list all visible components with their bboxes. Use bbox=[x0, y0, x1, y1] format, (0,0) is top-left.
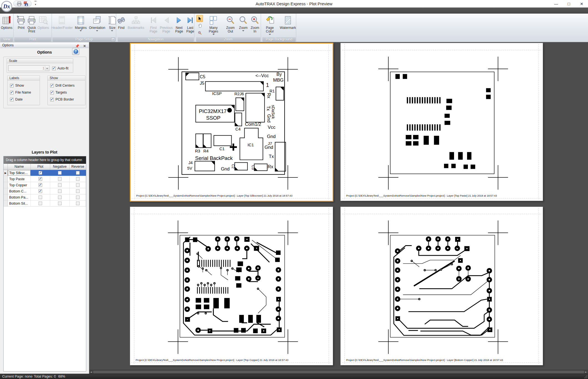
layer-negative-checkbox[interactable] bbox=[58, 171, 62, 175]
layer-plot-cell[interactable] bbox=[31, 176, 50, 182]
layer-negative-cell[interactable] bbox=[50, 194, 70, 200]
layer-plot-checkbox[interactable] bbox=[39, 171, 42, 175]
layer-negative-checkbox[interactable] bbox=[58, 195, 62, 199]
layer-negative-cell[interactable] bbox=[50, 170, 70, 176]
quick-print-icon[interactable] bbox=[17, 1, 22, 6]
qat-customize-icon[interactable]: ▔▾ bbox=[34, 2, 37, 6]
pan-tool-button[interactable] bbox=[196, 22, 203, 29]
layer-name-cell[interactable]: Top Silksc... bbox=[8, 170, 31, 176]
layer-plot-cell[interactable] bbox=[31, 182, 50, 188]
many-pages-button[interactable]: Many Pages bbox=[205, 15, 222, 35]
layer-row-4[interactable]: Bottom Pa... bbox=[4, 194, 86, 200]
autofit-checkbox[interactable] bbox=[52, 67, 56, 70]
layer-plot-cell[interactable] bbox=[31, 194, 50, 200]
labels-checkbox-0[interactable] bbox=[10, 84, 14, 87]
labels-checkbox-2[interactable] bbox=[10, 98, 14, 101]
previous-page-button[interactable]: Previous Page bbox=[160, 15, 173, 33]
layer-reverse-cell[interactable] bbox=[70, 176, 86, 182]
layer-negative-checkbox[interactable] bbox=[58, 202, 62, 205]
layer-reverse-cell[interactable] bbox=[70, 170, 86, 176]
page-bottom-copper[interactable]: Project [C:\DEX\LibraryTest\___SystemDoN… bbox=[340, 207, 543, 365]
layer-negative-checkbox[interactable] bbox=[58, 189, 62, 193]
layer-reverse-cell[interactable] bbox=[70, 188, 86, 194]
watermark-button[interactable]: Watermark bbox=[280, 15, 296, 30]
app-logo-icon[interactable]: Dx bbox=[1, 1, 12, 12]
layer-reverse-checkbox[interactable] bbox=[76, 195, 80, 199]
print-button[interactable]: ? Print bbox=[16, 15, 26, 30]
layer-negative-cell[interactable] bbox=[50, 176, 70, 182]
layer-row-1[interactable]: Top Paste bbox=[4, 176, 86, 182]
page-top-copper[interactable]: Project [C:\DEX\LibraryTest\___SystemDoN… bbox=[130, 207, 333, 365]
scroll-right-icon[interactable]: ► bbox=[585, 371, 587, 373]
grid-header-reverse[interactable]: Reverse bbox=[70, 164, 86, 170]
page-color-button[interactable]: Page Color bbox=[262, 15, 278, 35]
zoom-tool-button[interactable] bbox=[196, 29, 203, 36]
layer-plot-checkbox[interactable] bbox=[39, 195, 42, 199]
show-checkbox-2[interactable] bbox=[50, 98, 54, 101]
print-options-button[interactable]: Options bbox=[37, 15, 49, 30]
layer-reverse-checkbox[interactable] bbox=[76, 177, 80, 181]
header-footer-button[interactable]: Header/Footer bbox=[51, 15, 73, 30]
layer-name-cell[interactable]: Bottom C... bbox=[8, 188, 31, 194]
layer-plot-checkbox[interactable] bbox=[39, 183, 42, 187]
scale-input[interactable]: 1 bbox=[8, 65, 49, 71]
layer-negative-cell[interactable] bbox=[50, 200, 70, 206]
grid-header-plot[interactable]: Plot bbox=[31, 164, 50, 170]
layer-plot-checkbox[interactable] bbox=[39, 202, 42, 205]
layer-reverse-checkbox[interactable] bbox=[76, 189, 80, 193]
options-view-button[interactable]: Options bbox=[1, 15, 12, 30]
scrollbar-thumb[interactable] bbox=[93, 371, 584, 373]
layer-negative-checkbox[interactable] bbox=[58, 177, 62, 181]
layer-reverse-checkbox[interactable] bbox=[76, 202, 80, 205]
zoom-out-button[interactable]: Zoom Out bbox=[223, 15, 237, 33]
close-button[interactable]: ✕ bbox=[575, 0, 588, 7]
layer-plot-cell[interactable] bbox=[31, 170, 50, 176]
layer-reverse-cell[interactable] bbox=[70, 200, 86, 206]
layer-plot-cell[interactable] bbox=[31, 188, 50, 194]
layer-reverse-checkbox[interactable] bbox=[76, 183, 80, 187]
grid-header-name[interactable]: Name bbox=[8, 164, 31, 170]
page-top-silkscreen[interactable]: C5J5ICSPR2J6PIC32MX17SSOPC4Com1/2RxTxGnd… bbox=[130, 43, 333, 202]
layer-reverse-cell[interactable] bbox=[70, 182, 86, 188]
resize-grip[interactable] bbox=[584, 375, 587, 378]
layer-reverse-checkbox[interactable] bbox=[76, 171, 80, 175]
next-page-button[interactable]: Next Page bbox=[174, 15, 184, 33]
pdf-save-icon[interactable]: PDF bbox=[24, 1, 28, 6]
zoom-in-button[interactable]: Zoom In bbox=[249, 15, 261, 33]
layer-row-0[interactable]: ▶Top Silksc... bbox=[4, 170, 86, 176]
layer-reverse-cell[interactable] bbox=[70, 194, 86, 200]
layer-plot-checkbox[interactable] bbox=[39, 189, 42, 193]
grid-header-negative[interactable]: Negative bbox=[50, 164, 70, 170]
layer-name-cell[interactable]: Top Paste bbox=[8, 176, 31, 182]
horizontal-scrollbar[interactable]: ◄ ► bbox=[89, 370, 588, 374]
page-setup-dialog-launcher[interactable]: ◲ bbox=[111, 38, 115, 41]
scale-dropdown-icon[interactable] bbox=[45, 66, 49, 71]
minimize-button[interactable]: — bbox=[550, 0, 562, 7]
last-page-button[interactable]: Last Page bbox=[186, 15, 195, 33]
layer-row-5[interactable]: Bottom Sil... bbox=[4, 200, 86, 207]
layer-name-cell[interactable]: Top Copper bbox=[8, 182, 31, 188]
layer-name-cell[interactable]: Bottom Sil... bbox=[8, 200, 31, 206]
layer-plot-cell[interactable] bbox=[31, 200, 50, 206]
size-button[interactable]: Size bbox=[107, 15, 117, 31]
layer-row-3[interactable]: Bottom C... bbox=[4, 188, 86, 194]
bookmarks-button[interactable]: Bookmarks bbox=[128, 15, 144, 30]
quick-access-toolbar[interactable]: PDF bbox=[13, 1, 32, 7]
layer-negative-checkbox[interactable] bbox=[58, 183, 62, 187]
page-top-paste[interactable]: Project [C:\DEX\LibraryTest\___SystemDoN… bbox=[340, 43, 543, 201]
grid-group-hint[interactable]: Drag a column header here to group by th… bbox=[4, 156, 86, 164]
quick-print-button[interactable]: Quick Print bbox=[27, 15, 36, 33]
show-checkbox-1[interactable] bbox=[50, 91, 54, 94]
layer-negative-cell[interactable] bbox=[50, 188, 70, 194]
pointer-tool-button[interactable] bbox=[196, 15, 203, 22]
layer-row-2[interactable]: Top Copper bbox=[4, 182, 86, 188]
maximize-button[interactable]: □ bbox=[562, 0, 575, 7]
margins-button[interactable]: Margins bbox=[75, 15, 87, 31]
layer-negative-cell[interactable] bbox=[50, 182, 70, 188]
zoom-button[interactable]: Zoom bbox=[239, 15, 248, 31]
find-button[interactable]: Find bbox=[116, 15, 126, 30]
first-page-button[interactable]: First Page bbox=[149, 15, 158, 33]
scroll-left-icon[interactable]: ◄ bbox=[90, 371, 93, 373]
layer-name-cell[interactable]: Bottom Pa... bbox=[8, 194, 31, 200]
help-button[interactable]: ? bbox=[72, 48, 79, 55]
